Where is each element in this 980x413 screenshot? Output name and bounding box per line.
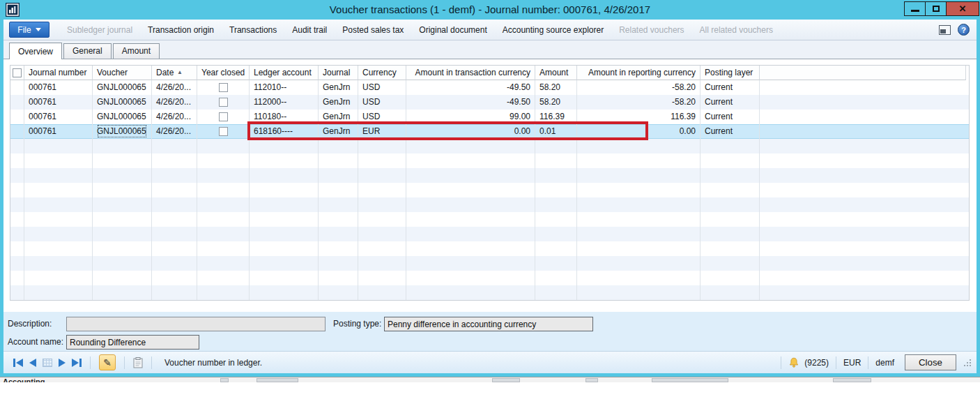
cell-amount[interactable]: 58.20 — [535, 95, 577, 110]
table-row[interactable]: 000761GNJL0000654/26/20...618160----GenJ… — [10, 124, 969, 139]
table-row[interactable]: 000761GNJL0000654/26/20...112000--GenJrn… — [10, 95, 969, 110]
tab-amount[interactable]: Amount — [113, 43, 160, 59]
cell-year_closed[interactable] — [197, 124, 250, 139]
cell-ledger_account[interactable]: 110180-- — [250, 110, 319, 124]
background-fragment — [585, 378, 598, 382]
cell-amount_reporting[interactable]: 0.00 — [577, 124, 700, 139]
column-header-amount_transaction[interactable]: Amount in transaction currency — [406, 66, 535, 80]
cell-currency[interactable]: USD — [358, 95, 406, 110]
cell-amount_transaction[interactable]: -49.50 — [406, 95, 535, 110]
column-header-label: Voucher — [97, 66, 128, 80]
cell-amount[interactable]: 0.01 — [535, 124, 577, 139]
year-closed-checkbox[interactable] — [219, 112, 228, 121]
file-menu-button[interactable]: File — [9, 22, 49, 38]
empty-cell — [358, 241, 406, 256]
help-button[interactable]: ? — [958, 24, 970, 36]
description-field[interactable] — [66, 317, 326, 331]
previous-record-button[interactable] — [29, 359, 36, 367]
cell-date[interactable]: 4/26/20... — [152, 124, 197, 139]
table-row[interactable]: 000761GNJL0000654/26/20...112010--GenJrn… — [10, 80, 969, 95]
grid-view-button[interactable] — [43, 359, 52, 367]
cell-year_closed[interactable] — [197, 110, 250, 124]
column-header-currency[interactable]: Currency — [358, 66, 406, 80]
cell-voucher[interactable]: GNJL000065 — [93, 110, 152, 124]
cell-amount_transaction[interactable]: 0.00 — [406, 124, 535, 139]
cell-currency[interactable]: USD — [358, 80, 406, 95]
menu-item-transaction-origin[interactable]: Transaction origin — [140, 22, 222, 38]
cell-year_closed[interactable] — [197, 95, 250, 110]
cell-amount[interactable]: 116.39 — [535, 110, 577, 124]
cell-amount_reporting[interactable]: 116.39 — [577, 110, 700, 124]
cell-posting_layer[interactable]: Current — [700, 110, 760, 124]
cell-amount_reporting[interactable]: -58.20 — [577, 80, 700, 95]
posting-type-field[interactable] — [384, 317, 593, 331]
first-record-button[interactable] — [13, 359, 23, 367]
cell-journal[interactable]: GenJrn — [319, 80, 358, 95]
cell-posting_layer[interactable]: Current — [700, 95, 760, 110]
cell-date[interactable]: 4/26/20... — [152, 80, 197, 95]
cell-ledger_account[interactable]: 618160---- — [250, 124, 319, 139]
cell-journal[interactable]: GenJrn — [319, 95, 358, 110]
column-header-journal_number[interactable]: Journal number — [24, 66, 93, 80]
year-closed-checkbox[interactable] — [219, 83, 228, 92]
menu-item-accounting-source-explorer[interactable]: Accounting source explorer — [495, 22, 611, 38]
cell-currency[interactable]: USD — [358, 110, 406, 124]
title-bar: Voucher transactions (1 - demf) - Journa… — [0, 0, 980, 20]
cell-date[interactable]: 4/26/20... — [152, 95, 197, 110]
cell-amount[interactable]: 58.20 — [535, 80, 577, 95]
empty-cell — [10, 285, 24, 300]
last-record-button[interactable] — [72, 359, 82, 367]
column-header-year_closed[interactable]: Year closed — [197, 66, 250, 80]
year-closed-checkbox[interactable] — [219, 127, 228, 136]
cell-ledger_account[interactable]: 112000-- — [250, 95, 319, 110]
tab-overview[interactable]: Overview — [9, 43, 62, 59]
cell-journal[interactable]: GenJrn — [319, 124, 358, 139]
cell-year_closed[interactable] — [197, 80, 250, 95]
minimize-button[interactable] — [905, 2, 926, 15]
alert-count[interactable]: (9225) — [804, 358, 829, 368]
cell-journal_number[interactable]: 000761 — [24, 110, 93, 124]
maximize-button[interactable] — [926, 2, 947, 15]
cell-journal_number[interactable]: 000761 — [24, 80, 93, 95]
column-header-amount[interactable]: Amount — [535, 66, 577, 80]
cell-amount_transaction[interactable]: -49.50 — [406, 80, 535, 95]
cell-voucher[interactable]: GNJL000065 — [93, 80, 152, 95]
bell-icon[interactable] — [788, 357, 799, 368]
cell-amount_reporting[interactable]: -58.20 — [577, 95, 700, 110]
close-button[interactable]: Close — [905, 354, 956, 370]
menu-item-posted-sales-tax[interactable]: Posted sales tax — [335, 22, 411, 38]
column-header-voucher[interactable]: Voucher — [93, 66, 152, 80]
column-header-journal[interactable]: Journal — [319, 66, 358, 80]
tab-general[interactable]: General — [63, 43, 112, 59]
year-closed-checkbox[interactable] — [219, 98, 228, 107]
cell-value: 112010-- — [254, 82, 286, 92]
cell-journal[interactable]: GenJrn — [319, 110, 358, 124]
cell-amount_transaction[interactable]: 99.00 — [406, 110, 535, 124]
menu-item-transactions[interactable]: Transactions — [222, 22, 284, 38]
cell-journal_number[interactable]: 000761 — [24, 124, 93, 139]
column-header-amount_reporting[interactable]: Amount in reporting currency — [577, 66, 700, 80]
cell-journal_number[interactable]: 000761 — [24, 95, 93, 110]
cell-date[interactable]: 4/26/20... — [152, 110, 197, 124]
cell-voucher[interactable]: GNJL000065 — [93, 95, 152, 110]
select-all-checkbox[interactable] — [13, 68, 22, 77]
resize-grip[interactable] — [964, 359, 971, 366]
column-header-date[interactable]: Date▲ — [152, 66, 197, 80]
account-name-field[interactable] — [66, 335, 199, 350]
clipboard-icon[interactable] — [133, 357, 143, 368]
column-header-posting_layer[interactable]: Posting layer — [700, 66, 760, 80]
menu-item-original-document[interactable]: Original document — [411, 22, 494, 38]
layout-panes-button[interactable] — [939, 25, 951, 35]
edit-mode-button[interactable]: ✎ — [99, 354, 116, 370]
cell-posting_layer[interactable]: Current — [700, 80, 760, 95]
cell-voucher[interactable]: GNJL000065 — [93, 124, 152, 139]
menu-item-audit-trail[interactable]: Audit trail — [284, 22, 335, 38]
cell-ledger_account[interactable]: 112010-- — [250, 80, 319, 95]
close-window-button[interactable]: ✕ — [947, 2, 979, 15]
table-row[interactable]: 000761GNJL0000654/26/20...110180--GenJrn… — [10, 110, 969, 124]
cell-posting_layer[interactable]: Current — [700, 124, 760, 139]
column-header-ledger_account[interactable]: Ledger account — [250, 66, 319, 80]
cell-currency[interactable]: EUR — [358, 124, 406, 139]
next-record-button[interactable] — [59, 359, 66, 367]
select-all-header-cell[interactable] — [10, 66, 24, 80]
